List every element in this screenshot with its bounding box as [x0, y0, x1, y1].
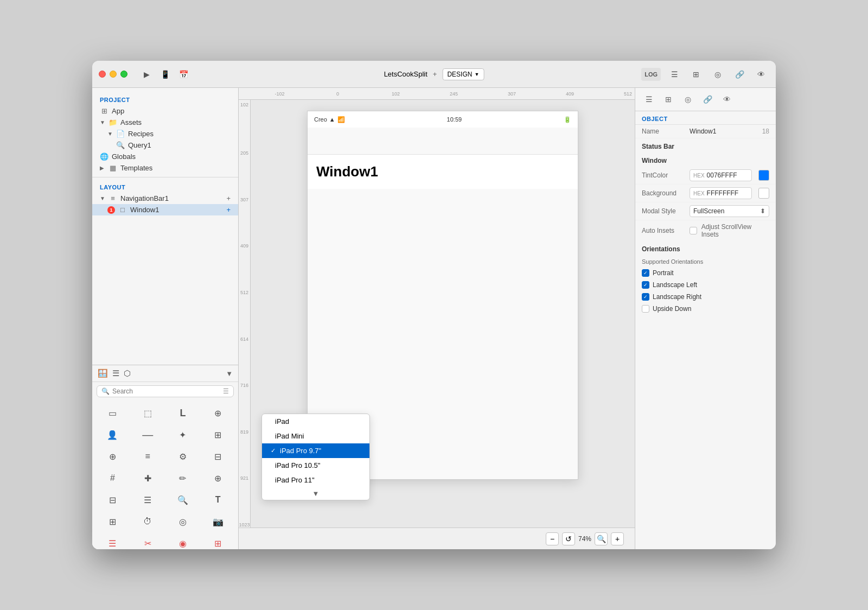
widget-search[interactable]: 🔍 — [166, 490, 200, 510]
widget-person[interactable]: 👤 — [95, 424, 130, 445]
widget-tab-window[interactable]: 🪟 — [98, 368, 108, 378]
upside-down-checkbox[interactable] — [642, 305, 649, 313]
widget-text[interactable]: T — [201, 490, 235, 510]
upside-down-row[interactable]: Upside Down — [635, 303, 776, 315]
widget-star[interactable]: ✦ — [166, 424, 200, 445]
dropdown-more-arrow[interactable]: ▼ — [262, 487, 369, 500]
widget-hash[interactable]: # — [95, 468, 130, 488]
fullscreen-button[interactable] — [120, 71, 127, 78]
widget-link[interactable]: ⊕ — [201, 468, 235, 488]
dd-item-ipad-pro-11[interactable]: iPad Pro 11" — [262, 473, 369, 487]
landscape-left-row[interactable]: ✓ Landscape Left — [635, 279, 776, 291]
modal-style-select[interactable]: FullScreen ⬍ — [690, 205, 769, 217]
design-button[interactable]: DESIGN ▼ — [442, 68, 484, 80]
query-play-icon[interactable]: ▶ — [216, 141, 222, 149]
calendar-icon[interactable]: 📅 — [175, 68, 192, 81]
signal-icon: ▲ — [329, 116, 335, 123]
zoom-search-button[interactable]: 🔍 — [595, 532, 608, 545]
recipes-settings-icon[interactable]: ⚙ — [224, 130, 231, 138]
widget-selection[interactable]: ⬚ — [131, 403, 165, 423]
widget-camera[interactable]: 📷 — [201, 511, 235, 532]
sidebar-item-assets[interactable]: ▼ 📁 Assets + ⚙ — [92, 117, 238, 128]
rp-tab-shield[interactable]: ◎ — [681, 92, 695, 106]
templates-expand-icon: ▶ — [100, 165, 105, 171]
widget-circle[interactable]: ◎ — [166, 511, 200, 532]
rp-tab-eye[interactable]: 👁 — [720, 92, 734, 106]
close-button[interactable] — [99, 71, 106, 78]
widget-button[interactable]: ⊕ — [201, 403, 235, 423]
zoom-in-button[interactable]: + — [611, 532, 624, 545]
widget-h-bars[interactable]: ☰ — [95, 533, 130, 549]
phone-icon[interactable]: 📱 — [157, 68, 173, 81]
widget-tab-component[interactable]: ⬡ — [124, 368, 131, 378]
query-search-icon: 🔍 — [116, 141, 125, 149]
rp-tab-resize[interactable]: ⊞ — [661, 92, 675, 106]
widget-clock[interactable]: ⏱ — [131, 511, 165, 532]
name-value[interactable]: Window1 — [690, 128, 758, 135]
widget-table[interactable]: ⊞ — [95, 511, 130, 532]
plus-button[interactable]: + — [433, 70, 437, 78]
sidebar-item-query1[interactable]: 🔍 Query1 ▶ ⚙ — [92, 139, 238, 151]
rp-tab-list[interactable]: ☰ — [642, 92, 656, 106]
widget-panel-chevron-icon[interactable]: ▼ — [226, 370, 233, 378]
landscape-right-row[interactable]: ✓ Landscape Right — [635, 291, 776, 303]
sidebar-item-window1[interactable]: 1 □ Window1 + — [92, 204, 238, 215]
widget-scissors[interactable]: ✂ — [131, 533, 165, 549]
assets-settings-icon[interactable]: ⚙ — [224, 118, 231, 126]
widget-slider[interactable]: ⊟ — [95, 490, 130, 510]
landscape-left-checkbox[interactable]: ✓ — [642, 281, 649, 289]
portrait-row[interactable]: ✓ Portrait — [635, 267, 776, 279]
auto-insets-checkbox[interactable] — [690, 227, 697, 234]
widget-label[interactable]: L — [166, 403, 200, 423]
widget-pencil[interactable]: ✏ — [166, 468, 200, 488]
widget-search-box[interactable]: 🔍 ☰ — [97, 385, 234, 397]
portrait-checkbox[interactable]: ✓ — [642, 269, 649, 277]
widget-grid2[interactable]: ⊞ — [201, 424, 235, 445]
list-icon[interactable]: ☰ — [666, 68, 682, 81]
sidebar-item-globals[interactable]: 🌐 Globals — [92, 151, 238, 162]
widget-crosshair[interactable]: ⊕ — [95, 446, 130, 467]
rp-tab-link[interactable]: 🔗 — [700, 92, 714, 106]
widget-minus-box[interactable]: ⊟ — [201, 446, 235, 467]
window-add-icon[interactable]: + — [226, 206, 231, 214]
layer-icon[interactable]: ◎ — [710, 68, 726, 81]
link-icon[interactable]: 🔗 — [731, 68, 748, 81]
widget-radio[interactable]: ◉ — [166, 533, 200, 549]
widget-four-box[interactable]: ⊞ — [201, 533, 235, 549]
canvas-main[interactable]: Creo ▲ 📶 10:59 🔋 Window1 — [251, 100, 635, 528]
assets-add-icon[interactable]: + — [218, 118, 222, 126]
recipes-add-icon[interactable]: + — [218, 130, 222, 138]
navbar-add-icon[interactable]: + — [226, 194, 231, 202]
sidebar-item-recipes[interactable]: ▼ 📄 Recipes + ⚙ — [92, 128, 238, 139]
eye-icon[interactable]: 👁 — [753, 68, 769, 81]
widget-lines[interactable]: ≡ — [131, 446, 165, 467]
widget-settings[interactable]: ⚙ — [166, 446, 200, 467]
tint-color-swatch[interactable] — [758, 170, 769, 181]
search-list-icon[interactable]: ☰ — [223, 387, 229, 395]
bg-color-swatch[interactable] — [758, 188, 769, 199]
landscape-right-checkbox[interactable]: ✓ — [642, 293, 649, 301]
search-input[interactable] — [112, 387, 220, 395]
minimize-button[interactable] — [110, 71, 117, 78]
sidebar-item-navbbar1[interactable]: ▼ ≡ NavigationBar1 + — [92, 193, 238, 204]
sidebar-item-app[interactable]: ⊞ App — [92, 105, 238, 117]
grid-icon[interactable]: ⊞ — [688, 68, 704, 81]
dd-item-ipad-mini[interactable]: iPad Mini — [262, 429, 369, 443]
dd-item-ipad-pro-105[interactable]: iPad Pro 10.5" — [262, 458, 369, 473]
background-field[interactable]: HEX FFFFFFFF — [690, 187, 752, 199]
dd-item-ipad[interactable]: iPad — [262, 414, 369, 429]
sidebar-item-templates[interactable]: ▶ ▦ Templates — [92, 162, 238, 174]
zoom-out-button[interactable]: − — [546, 532, 559, 545]
log-button[interactable]: LOG — [641, 68, 661, 81]
tintcolor-field[interactable]: HEX 0076FFFF — [690, 169, 752, 181]
query-settings-icon[interactable]: ⚙ — [224, 141, 231, 149]
widget-rectangle[interactable]: ▭ — [95, 403, 130, 423]
dd-item-ipad-pro-97[interactable]: ✓ iPad Pro 9.7" — [262, 443, 369, 458]
play-button[interactable]: ▶ — [138, 68, 155, 81]
zoom-reset-button[interactable]: ↺ — [562, 532, 575, 545]
widget-tab-layout[interactable]: ☰ — [112, 368, 119, 378]
widget-plus-cross[interactable]: ✚ — [131, 468, 165, 488]
widget-line[interactable]: — — [131, 424, 165, 445]
device-dropdown[interactable]: iPad iPad Mini ✓ iPad Pro 9.7" iPad — [261, 414, 370, 500]
widget-list[interactable]: ☰ — [131, 490, 165, 510]
